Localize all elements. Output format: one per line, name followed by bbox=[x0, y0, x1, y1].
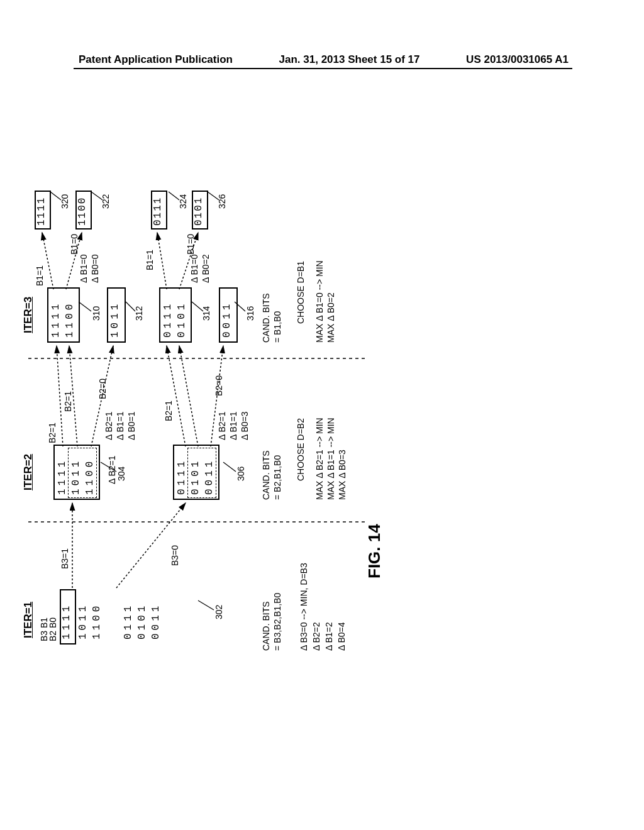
iter2-cand-label: CAND. BITS bbox=[261, 450, 271, 500]
iter1-branch-bot: B3=0 bbox=[170, 545, 180, 566]
iter2-g2-select bbox=[187, 448, 216, 498]
iter3-ref2: 312 bbox=[134, 306, 144, 321]
svg-line-4 bbox=[57, 346, 63, 446]
final-ref4: 326 bbox=[217, 194, 227, 209]
iter1-title: ITER=1 bbox=[22, 602, 35, 638]
iter2-g1r0: 1111 bbox=[57, 458, 68, 495]
iter2-branch-bb: B2=0 bbox=[214, 375, 224, 396]
iter1-d3: Δ B0=4 bbox=[336, 622, 347, 651]
iter1-d1: Δ B2=2 bbox=[311, 622, 321, 651]
figure-wrap: ITER=1 B3 B1 B2 B0 1111 1011 1100 0111 0… bbox=[66, 214, 550, 597]
iter2-d3c: Δ B0=3 bbox=[240, 411, 250, 440]
iter3-ref4: 316 bbox=[245, 306, 255, 321]
svg-line-16 bbox=[223, 462, 236, 472]
iter3-ref3: 314 bbox=[201, 306, 211, 321]
iter2-title: ITER=2 bbox=[22, 454, 35, 490]
final-r1: 1111 bbox=[36, 197, 47, 226]
iter2-g2r0: 0111 bbox=[176, 458, 187, 495]
iter1-d2: Δ B1=2 bbox=[324, 622, 334, 651]
iter1-cand-val: = B3,B2,B1,B0 bbox=[272, 593, 282, 651]
final-ref3: 324 bbox=[178, 194, 188, 209]
iter2-ref1: 304 bbox=[116, 467, 126, 481]
header-rule bbox=[74, 68, 572, 69]
final-r3: 0111 bbox=[152, 197, 164, 226]
iter2-d1a2: Δ B2=1 bbox=[104, 411, 114, 440]
iter1-row4: 0101 bbox=[136, 603, 148, 639]
iter1-row2: 1100 bbox=[91, 603, 103, 639]
figure-label: FIG. 14 bbox=[365, 524, 384, 578]
iter3-g3r1: 0101 bbox=[176, 301, 187, 338]
iter3-ref1: 310 bbox=[91, 306, 101, 321]
iter2-branch-tc: B2=0 bbox=[97, 379, 108, 399]
iter3-g1r0: 1111 bbox=[50, 301, 62, 338]
iter2-branch-tb: B2=1 bbox=[63, 391, 73, 412]
iter1-bitheader: B3 B1 B2 B0 bbox=[40, 617, 57, 641]
svg-line-7 bbox=[167, 346, 186, 446]
iter1-row3: 0111 bbox=[123, 603, 134, 639]
iter2-d1c: Δ B0=1 bbox=[126, 411, 136, 440]
iter2-m1: MAX Δ B1=1 --> MIN bbox=[326, 418, 336, 500]
final-r2: 1100 bbox=[77, 197, 88, 226]
iter3-m0: MAX Δ B1=0 --> MIN bbox=[314, 260, 325, 343]
figure-inner: ITER=1 B3 B1 B2 B0 1111 1011 1100 0111 0… bbox=[3, 107, 632, 673]
svg-line-17 bbox=[79, 302, 91, 311]
iter2-m0: MAX Δ B2=1 --> MIN bbox=[314, 418, 325, 500]
svg-line-12 bbox=[157, 233, 167, 289]
iter2-m2: MAX Δ B0=3 bbox=[337, 450, 347, 500]
iter2-d1a: Δ B2=1 bbox=[107, 455, 117, 484]
header-center: Jan. 31, 2013 Sheet 15 of 17 bbox=[279, 53, 420, 66]
iter1-row5: 0011 bbox=[150, 603, 162, 639]
iter3-b1b: B1=0 bbox=[69, 234, 79, 255]
iter1-row1: 1011 bbox=[77, 603, 89, 639]
iter3-m1: MAX Δ B0=2 bbox=[326, 292, 336, 343]
svg-line-14 bbox=[198, 600, 214, 610]
iter3-cand-label: CAND. BITS bbox=[261, 293, 271, 343]
iter3-title: ITER=3 bbox=[22, 297, 35, 333]
iter3-cand-val: = B1,B0 bbox=[272, 311, 282, 343]
header-left: Patent Application Publication bbox=[79, 53, 233, 66]
iter3-d3a: Δ B1=0 bbox=[189, 254, 199, 283]
iter3-b1a: B1=1 bbox=[35, 265, 45, 286]
iter3-choose: CHOOSE D=B1 bbox=[296, 261, 306, 324]
iter1-ref: 302 bbox=[214, 605, 224, 619]
header-right: US 2013/0031065 A1 bbox=[466, 53, 569, 66]
iter3-b1d: B1=0 bbox=[186, 234, 196, 255]
iter1-cand-label: CAND. BITS bbox=[261, 601, 271, 651]
iter2-ref2: 306 bbox=[236, 467, 246, 481]
iter1-row0: 1111 bbox=[61, 603, 72, 639]
final-ref1: 320 bbox=[60, 194, 70, 209]
iter3-r2: 1011 bbox=[109, 301, 121, 338]
iter2-choose: CHOOSE D=B2 bbox=[296, 418, 306, 481]
iter2-branch-ta: B2=1 bbox=[47, 423, 57, 443]
iter3-d3b: Δ B0=2 bbox=[201, 254, 211, 283]
iter2-d1b: Δ B1=1 bbox=[115, 411, 125, 440]
iter2-branch-ba: B2=1 bbox=[164, 401, 174, 421]
iter3-g3r0: 0111 bbox=[162, 301, 174, 338]
iter2-g1-select bbox=[68, 448, 97, 498]
iter2-cand-val: = B2,B1,B0 bbox=[272, 455, 282, 500]
iter3-d1b: Δ B0=0 bbox=[90, 254, 100, 283]
iter1-d0: Δ B3=0 --> MIN, D=B3 bbox=[299, 563, 309, 651]
iter3-b1c: B1=1 bbox=[145, 250, 155, 270]
iter2-d3a: Δ B2=1 bbox=[217, 411, 227, 440]
iter2-d3b: Δ B1=1 bbox=[228, 411, 238, 440]
final-r4: 0101 bbox=[193, 197, 204, 226]
final-ref2: 322 bbox=[101, 194, 111, 209]
svg-line-8 bbox=[179, 346, 198, 446]
iter3-d1a: Δ B1=0 bbox=[79, 254, 89, 283]
iter3-r4: 0011 bbox=[221, 301, 233, 338]
iter1-branch-top: B3=1 bbox=[60, 548, 70, 569]
iter3-g1r1: 1100 bbox=[64, 301, 75, 338]
